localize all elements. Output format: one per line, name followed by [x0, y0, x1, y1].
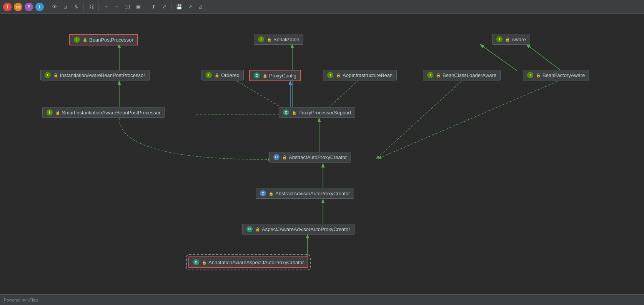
node-icon-AnnotationAware: C	[193, 259, 199, 265]
node-label-SmartInstantiation: SmartInstantiationAwareBeanPostProcessor	[62, 110, 160, 116]
print-icon[interactable]: 🖨	[196, 3, 205, 11]
node-label-ProxyConfig: ProxyConfig	[269, 73, 296, 79]
node-AnnotationAwareAspectJAutoProxyCreator[interactable]: C 🔒 AnnotationAwareAspectJAutoProxyCreat…	[188, 256, 308, 268]
app-icon-i-label: i	[39, 5, 40, 9]
zoom-out-icon[interactable]: −	[113, 3, 121, 11]
node-label-AnnotationAware: AnnotationAwareAspectJAutoProxyCreator	[208, 260, 304, 265]
toolbar-separator-4	[146, 3, 146, 11]
node-icon-AbstractAutoProxyCreator: C	[273, 154, 280, 160]
fit-icon[interactable]: ▣	[134, 3, 143, 11]
node-AspectJAwareAdvisorAutoProxyCreator[interactable]: C 🔒 AspectJAwareAdvisorAutoProxyCreator	[242, 224, 354, 235]
node-label-AopInfrastructure: AopInfrastructureBean	[343, 72, 393, 78]
link-icon[interactable]: ⛓	[87, 3, 95, 11]
zoom-reset-icon[interactable]: 1:1	[123, 3, 132, 11]
lock-icon-BeanClassLoaderAware: 🔒	[436, 73, 441, 77]
lock-icon-Ordered: 🔒	[215, 73, 219, 77]
app-icon-m[interactable]: m	[14, 3, 22, 11]
node-label-BeanFactoryAware: BeanFactoryAware	[542, 72, 585, 78]
expand-icon[interactable]: ⤢	[160, 3, 168, 11]
node-label-Ordered: Ordered	[221, 72, 240, 78]
toolbar: f m P i 👁 ⊿ ↯ ⛓ + − 1:1 ▣ ⬆ ⤢ 💾 ↗ 🖨	[0, 0, 644, 14]
diagram-canvas: I 🔒 BeanPostProcessor I 🔒 Serializable I…	[0, 14, 644, 305]
node-BeanFactoryAware[interactable]: I 🔒 BeanFactoryAware	[523, 70, 589, 80]
svg-line-12	[379, 81, 557, 158]
lock-icon-AbstractAdvisorAutoProxyCreator: 🔒	[269, 191, 273, 196]
lock-icon-Serializable: 🔒	[267, 37, 271, 42]
app-icon-p[interactable]: P	[25, 3, 33, 11]
node-icon-BeanPostProcessor: I	[74, 37, 80, 43]
node-ProxyProcessorSupport[interactable]: C 🔒 ProxyProcessorSupport	[279, 107, 355, 118]
app-icon-p-label: P	[27, 5, 30, 9]
save-icon[interactable]: 💾	[175, 3, 183, 11]
node-SmartInstantiation[interactable]: I 🔒 SmartInstantiationAwareBeanPostProce…	[42, 107, 165, 118]
filter-icon[interactable]: ⊿	[61, 3, 70, 11]
node-AbstractAdvisorAutoProxyCreator[interactable]: C 🔒 AbstractAdvisorAutoProxyCreator	[256, 188, 354, 199]
svg-line-14	[527, 45, 561, 71]
node-label-ProxyProcessorSupport: ProxyProcessorSupport	[298, 110, 351, 116]
node-BeanPostProcessor[interactable]: I 🔒 BeanPostProcessor	[69, 34, 138, 45]
lock-icon-AspectJAware: 🔒	[255, 227, 260, 231]
node-label-Serializable: Serializable	[273, 37, 299, 42]
route-icon[interactable]: ↯	[72, 3, 80, 11]
lock-icon-ProxyConfig: 🔒	[263, 74, 267, 78]
node-icon-Serializable: I	[258, 36, 264, 42]
node-Ordered[interactable]: I 🔒 Ordered	[201, 70, 244, 80]
eye-icon[interactable]: 👁	[50, 3, 59, 11]
node-label-BeanPostProcessor: BeanPostProcessor	[89, 37, 133, 43]
node-icon-AspectJAware: C	[246, 226, 253, 232]
node-icon-InstantiationAware: I	[45, 72, 51, 78]
external-link-icon[interactable]: ↗	[186, 3, 194, 11]
node-InstantiationAwareBeanPostProcessor[interactable]: I 🔒 InstantiationAwareBeanPostProcessor	[40, 70, 150, 80]
export-icon[interactable]: ⬆	[149, 3, 158, 11]
node-BeanClassLoaderAware[interactable]: I 🔒 BeanClassLoaderAware	[423, 70, 501, 80]
node-label-InstantiationAware: InstantiationAwareBeanPostProcessor	[60, 72, 145, 78]
toolbar-separator-3	[98, 3, 99, 11]
lock-icon-BeanPostProcessor: 🔒	[83, 38, 87, 42]
lock-icon-AopInfrastructure: 🔒	[336, 73, 341, 77]
toolbar-separator-5	[171, 3, 172, 11]
node-label-AspectJAware: AspectJAwareAdvisorAutoProxyCreator	[262, 226, 350, 232]
lock-icon-SmartInstantiation: 🔒	[55, 111, 60, 115]
lock-icon-AbstractAutoProxyCreator: 🔒	[282, 155, 287, 159]
footer: Powered by yFiles	[0, 294, 644, 305]
svg-line-9	[231, 77, 285, 109]
lock-icon-BeanFactoryAware: 🔒	[536, 73, 541, 77]
lock-icon-Aware: 🔒	[505, 37, 510, 42]
app-icon-m-label: m	[16, 5, 20, 9]
node-icon-SmartInstantiation: I	[47, 109, 53, 116]
node-ProxyConfig[interactable]: C 🔒 ProxyConfig	[249, 70, 301, 81]
app-icon-f-label: f	[7, 5, 8, 9]
node-icon-BeanFactoryAware: I	[527, 72, 533, 78]
node-icon-Aware: I	[496, 36, 503, 42]
lock-icon-ProxyProcessorSupport: 🔒	[292, 111, 296, 115]
zoom-in-icon[interactable]: +	[102, 3, 110, 11]
node-icon-ProxyConfig: C	[254, 72, 260, 79]
footer-label: Powered by yFiles	[4, 298, 38, 302]
node-icon-AopInfrastructure: I	[327, 72, 333, 78]
node-label-BeanClassLoaderAware: BeanClassLoaderAware	[443, 72, 496, 78]
lock-icon-AnnotationAware: 🔒	[202, 260, 206, 265]
node-icon-BeanClassLoaderAware: I	[427, 72, 433, 78]
svg-line-11	[377, 81, 461, 158]
node-label-Aware: Aware	[512, 37, 526, 42]
svg-line-10	[327, 77, 361, 109]
node-Serializable[interactable]: I 🔒 Serializable	[254, 34, 303, 45]
node-label-AbstractAutoProxyCreator: AbstractAutoProxyCreator	[289, 154, 347, 160]
node-label-AbstractAdvisorAutoProxyCreator: AbstractAdvisorAutoProxyCreator	[275, 191, 350, 196]
node-AopInfrastructureBean[interactable]: I 🔒 AopInfrastructureBean	[323, 70, 397, 80]
node-AbstractAutoProxyCreator[interactable]: C 🔒 AbstractAutoProxyCreator	[269, 152, 351, 163]
lock-icon-InstantiationAware: 🔒	[53, 73, 58, 77]
app-icon-f[interactable]: f	[3, 3, 12, 11]
node-icon-Ordered: I	[206, 72, 212, 78]
node-icon-AbstractAdvisorAutoProxyCreator: C	[260, 190, 266, 196]
svg-line-13	[481, 45, 517, 71]
toolbar-separator-1	[47, 3, 47, 11]
app-icon-i[interactable]: i	[35, 3, 44, 11]
node-icon-ProxyProcessorSupport: C	[283, 109, 289, 116]
toolbar-separator-2	[83, 3, 84, 11]
node-Aware[interactable]: I 🔒 Aware	[492, 34, 530, 45]
